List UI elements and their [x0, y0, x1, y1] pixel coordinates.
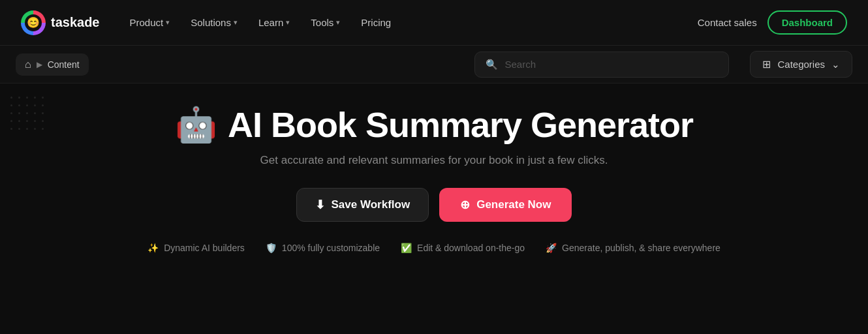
logo[interactable]: 😊 taskade: [21, 10, 100, 35]
contact-sales-link[interactable]: Contact sales: [698, 17, 757, 28]
nav-links: Product ▾ Solutions ▾ Learn ▾ Tools ▾ Pr…: [121, 12, 698, 33]
nav-item-product[interactable]: Product ▾: [121, 12, 179, 33]
chevron-icon: ▾: [336, 18, 340, 27]
save-icon: ⬇: [315, 198, 325, 212]
secondary-bar: ⌂ ▶ Content 🔍 Search ⊞ Categories ⌄: [0, 46, 868, 84]
breadcrumb[interactable]: ⌂ ▶ Content: [16, 53, 89, 76]
grid-icon: ⊞: [762, 58, 771, 70]
hero-title-row: 🤖 AI Book Summary Generator: [175, 104, 693, 145]
search-icon: 🔍: [486, 59, 498, 70]
feature-generate-share: 🚀 Generate, publish, & share everywhere: [546, 243, 721, 253]
save-workflow-label: Save Workflow: [332, 198, 411, 211]
logo-text: taskade: [51, 15, 100, 30]
shield-emoji: 🛡️: [266, 243, 277, 253]
breadcrumb-label: Content: [48, 59, 80, 70]
hero-buttons: ⬇ Save Workflow ⊕ Generate Now: [296, 188, 572, 222]
chevron-icon: ▾: [286, 18, 290, 27]
nav-item-pricing[interactable]: Pricing: [352, 12, 400, 33]
generate-icon: ⊕: [460, 198, 470, 212]
nav-item-solutions[interactable]: Solutions ▾: [181, 12, 247, 33]
categories-label: Categories: [777, 59, 825, 70]
logo-smiley: 😊: [27, 16, 40, 29]
generate-now-label: Generate Now: [476, 198, 551, 211]
chevron-icon: ▾: [234, 18, 238, 27]
search-placeholder: Search: [504, 59, 536, 70]
generate-now-button[interactable]: ⊕ Generate Now: [439, 188, 572, 222]
chevron-icon: ▾: [166, 18, 170, 27]
dashboard-button[interactable]: Dashboard: [767, 10, 847, 35]
nav-right: Contact sales Dashboard: [698, 10, 847, 35]
categories-button[interactable]: ⊞ Categories ⌄: [750, 51, 852, 78]
feature-customizable: 🛡️ 100% fully customizable: [266, 243, 380, 253]
page-title: AI Book Summary Generator: [228, 104, 693, 145]
search-bar[interactable]: 🔍 Search: [474, 52, 729, 78]
check-icon: ✅: [401, 243, 412, 253]
feature-edit-download: ✅ Edit & download on-the-go: [401, 243, 525, 253]
robot-emoji: 🤖: [175, 105, 217, 145]
logo-icon: 😊: [21, 10, 46, 35]
feature-edit-label: Edit & download on-the-go: [417, 243, 525, 253]
rocket-icon: 🚀: [546, 243, 557, 253]
nav-item-tools[interactable]: Tools ▾: [302, 12, 349, 33]
feature-customizable-label: 100% fully customizable: [282, 243, 380, 253]
hero-subtitle: Get accurate and relevant summaries for …: [260, 154, 608, 167]
breadcrumb-arrow: ▶: [37, 60, 42, 69]
features-row: ✨ Dynamic AI builders 🛡️ 100% fully cust…: [147, 243, 721, 253]
navbar: 😊 taskade Product ▾ Solutions ▾ Learn ▾ …: [0, 0, 868, 46]
sparkle-icon: ✨: [147, 243, 159, 253]
home-icon: ⌂: [25, 59, 31, 70]
feature-share-label: Generate, publish, & share everywhere: [562, 243, 721, 253]
save-workflow-button[interactable]: ⬇ Save Workflow: [296, 188, 429, 222]
feature-dynamic-ai-label: Dynamic AI builders: [164, 243, 245, 253]
categories-chevron: ⌄: [831, 59, 840, 70]
dot-grid-decoration: [10, 97, 46, 132]
feature-dynamic-ai: ✨ Dynamic AI builders: [147, 243, 245, 253]
hero-section: 🤖 AI Book Summary Generator Get accurate…: [0, 84, 868, 266]
nav-item-learn[interactable]: Learn ▾: [249, 12, 299, 33]
